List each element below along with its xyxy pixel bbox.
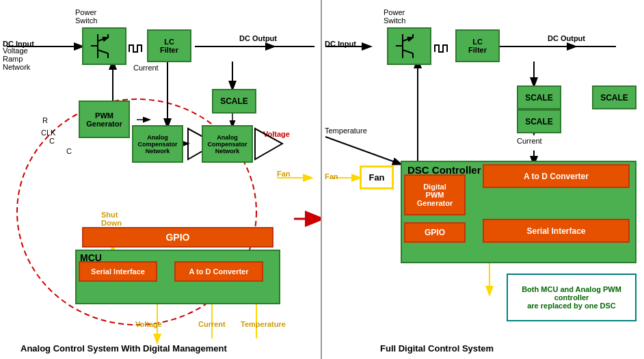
left-c2-label: C xyxy=(66,147,72,155)
left-lc-filter-label: LCFilter xyxy=(160,38,178,54)
left-fan-label: Fan xyxy=(277,170,291,178)
right-atod-box: A to D Converter xyxy=(483,164,630,188)
left-serial-label: Serial Interface xyxy=(91,267,145,276)
right-gpio-label: GPIO xyxy=(425,228,445,237)
right-scale-top-box: SCALE xyxy=(517,85,561,109)
right-dc-input-label: DC Input xyxy=(325,40,356,48)
left-c1-label: C xyxy=(49,137,55,145)
svg-line-22 xyxy=(98,50,108,53)
right-side: DC Input DC Output PowerSwitch Temperatu… xyxy=(322,0,644,359)
right-current-label: Current xyxy=(517,137,542,145)
left-current-bottom-label: Current xyxy=(198,320,226,328)
right-gpio-box: GPIO xyxy=(404,222,466,243)
svg-line-40 xyxy=(403,50,413,53)
left-analog-comp2-box: AnalogCompensatorNetwork xyxy=(202,125,253,163)
left-pwm-label: PWMGenerator xyxy=(86,111,122,128)
right-scale-right-label: SCALE xyxy=(600,93,628,103)
right-scale-right-box: SCALE xyxy=(592,85,636,109)
left-analog-comp1-label: AnalogCompensatorNetwork xyxy=(137,134,177,155)
right-atod-label: A to D Converter xyxy=(524,172,589,181)
right-fan-label: Fan xyxy=(325,172,338,181)
right-power-switch-label: PowerSwitch xyxy=(384,8,405,25)
left-scale-label: SCALE xyxy=(220,96,248,106)
right-note-box: Both MCU and Analog PWM controllerare re… xyxy=(507,274,636,321)
right-lc-filter-label: LCFilter xyxy=(468,38,487,54)
main-container: DC Input DC Output PowerSwitch VoltageRa… xyxy=(0,0,644,359)
right-digital-pwm-box: DigitalPWMGenerator xyxy=(404,174,466,215)
svg-line-21 xyxy=(98,38,108,41)
right-serial-label: Serial Interface xyxy=(526,226,585,236)
left-gpio-label: GPIO xyxy=(165,232,189,243)
right-fan-box: Fan xyxy=(360,165,394,189)
left-analog-comp2-label: AnalogCompensatorNetwork xyxy=(207,134,247,155)
left-pwm-box: PWMGenerator xyxy=(79,101,130,138)
left-power-switch-box xyxy=(82,27,126,65)
right-serial-box: Serial Interface xyxy=(483,219,630,243)
svg-marker-27 xyxy=(255,129,282,159)
left-side: DC Input DC Output PowerSwitch VoltageRa… xyxy=(0,0,322,359)
left-r-label: R xyxy=(42,116,48,124)
right-scale-mid-box: SCALE xyxy=(517,109,561,133)
left-atod-label: A to D Converter xyxy=(189,267,249,276)
left-atod-box: A to D Converter xyxy=(174,261,263,282)
left-serial-box: Serial Interface xyxy=(79,261,157,282)
right-temperature-label: Temperature xyxy=(325,127,367,135)
right-digital-pwm-label: DigitalPWMGenerator xyxy=(417,183,453,207)
left-comparator2 xyxy=(252,125,286,163)
left-temperature-bottom-label: Temperature xyxy=(241,320,286,328)
left-lc-filter-box: LCFilter xyxy=(147,29,191,62)
left-waveform xyxy=(128,40,148,57)
left-analog-comp1-box: AnalogCompensatorNetwork xyxy=(132,125,183,163)
left-power-switch-label: PowerSwitch xyxy=(75,8,97,25)
left-gpio-box: GPIO xyxy=(82,227,273,248)
right-note-text: Both MCU and Analog PWM controllerare re… xyxy=(511,285,632,310)
right-fan-box-label: Fan xyxy=(368,172,384,183)
right-dc-output-label: DC Output xyxy=(548,34,585,42)
right-waveform xyxy=(433,40,454,57)
left-voltage-ramp-label: VoltageRampNetwork xyxy=(3,46,30,71)
right-caption: Full Digital Control System xyxy=(380,343,494,354)
svg-line-34 xyxy=(325,137,401,164)
right-lc-filter-box: LCFilter xyxy=(455,29,500,62)
right-power-switch-box xyxy=(387,27,431,65)
left-shutdown-label: ShutDown xyxy=(101,211,122,227)
left-current-label: Current xyxy=(133,64,159,72)
left-clk-label: CLK xyxy=(41,129,55,137)
left-scale-box: SCALE xyxy=(212,89,256,114)
svg-line-39 xyxy=(403,38,413,41)
right-scale-top-label: SCALE xyxy=(525,93,553,103)
right-scale-mid-label: SCALE xyxy=(525,117,553,127)
left-caption: Analog Control System With Digital Manag… xyxy=(21,343,227,354)
left-dc-output-label: DC Output xyxy=(239,34,277,42)
left-voltage-bottom-label: Voltage xyxy=(135,320,162,328)
